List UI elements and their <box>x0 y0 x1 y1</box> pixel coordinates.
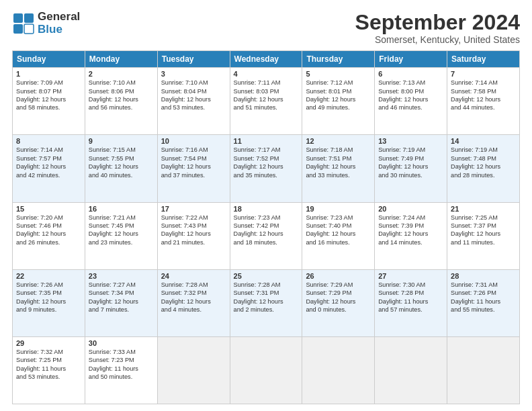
cell-line: Sunrise: 7:22 AM <box>161 214 208 221</box>
calendar-cell: 2Sunrise: 7:10 AMSunset: 8:06 PMDaylight… <box>85 68 157 135</box>
calendar-cell: 11Sunrise: 7:17 AMSunset: 7:52 PMDayligh… <box>230 135 302 202</box>
cell-info: Sunrise: 7:13 AMSunset: 8:00 PMDaylight:… <box>378 79 443 112</box>
cell-info: Sunrise: 7:19 AMSunset: 7:48 PMDaylight:… <box>451 146 516 179</box>
day-number: 23 <box>89 272 154 280</box>
col-header-tuesday: Tuesday <box>157 51 230 68</box>
day-number: 26 <box>306 272 371 280</box>
cell-line: Daylight: 12 hours <box>306 96 355 103</box>
cell-line: Sunrise: 7:14 AM <box>451 79 498 86</box>
cell-line: Daylight: 12 hours <box>234 230 283 237</box>
calendar-cell <box>230 336 302 404</box>
cell-line: Sunrise: 7:15 AM <box>89 146 136 153</box>
cell-info: Sunrise: 7:33 AMSunset: 7:23 PMDaylight:… <box>89 348 154 381</box>
cell-line: and 51 minutes. <box>234 104 277 111</box>
cell-line: and 50 minutes. <box>89 373 132 380</box>
day-number: 9 <box>89 137 154 145</box>
col-header-thursday: Thursday <box>302 51 375 68</box>
cell-line: and 14 minutes. <box>378 239 422 246</box>
cell-line: and 55 minutes. <box>451 306 494 313</box>
cell-line: Sunset: 7:48 PM <box>451 155 496 162</box>
cell-info: Sunrise: 7:25 AMSunset: 7:37 PMDaylight:… <box>451 214 516 247</box>
header: General Blue September 2024 Somerset, Ke… <box>12 11 520 45</box>
calendar-cell: 1Sunrise: 7:09 AMSunset: 8:07 PMDaylight… <box>13 68 85 135</box>
header-row: SundayMondayTuesdayWednesdayThursdayFrid… <box>13 51 520 68</box>
cell-line: Daylight: 12 hours <box>451 96 500 103</box>
day-number: 4 <box>234 70 299 78</box>
cell-line: Daylight: 11 hours <box>378 298 428 305</box>
cell-line: Sunset: 7:46 PM <box>16 222 62 229</box>
calendar-table: SundayMondayTuesdayWednesdayThursdayFrid… <box>12 50 520 404</box>
cell-line: Daylight: 12 hours <box>378 230 428 237</box>
calendar-cell: 17Sunrise: 7:22 AMSunset: 7:43 PMDayligh… <box>157 202 230 269</box>
calendar-cell: 15Sunrise: 7:20 AMSunset: 7:46 PMDayligh… <box>13 202 85 269</box>
day-number: 6 <box>378 70 443 78</box>
day-number: 15 <box>16 205 81 213</box>
cell-line: Sunrise: 7:28 AM <box>161 281 208 288</box>
cell-line: Daylight: 12 hours <box>306 230 355 237</box>
cell-info: Sunrise: 7:27 AMSunset: 7:34 PMDaylight:… <box>89 281 154 314</box>
cell-line: Daylight: 11 hours <box>89 365 138 372</box>
svg-rect-3 <box>24 24 34 34</box>
cell-line: Sunrise: 7:28 AM <box>234 281 281 288</box>
cell-line: and 30 minutes. <box>378 172 422 179</box>
cell-line: and 40 minutes. <box>89 172 132 179</box>
calendar-cell: 13Sunrise: 7:19 AMSunset: 7:49 PMDayligh… <box>375 135 447 202</box>
cell-info: Sunrise: 7:28 AMSunset: 7:31 PMDaylight:… <box>234 281 299 314</box>
cell-info: Sunrise: 7:18 AMSunset: 7:51 PMDaylight:… <box>306 146 371 179</box>
cell-info: Sunrise: 7:14 AMSunset: 7:58 PMDaylight:… <box>451 79 516 112</box>
cell-line: and 44 minutes. <box>451 104 494 111</box>
cell-info: Sunrise: 7:23 AMSunset: 7:40 PMDaylight:… <box>306 214 371 247</box>
cell-info: Sunrise: 7:12 AMSunset: 8:01 PMDaylight:… <box>306 79 371 112</box>
col-header-sunday: Sunday <box>13 51 85 68</box>
cell-line: and 37 minutes. <box>161 172 205 179</box>
cell-line: Sunrise: 7:11 AM <box>234 79 281 86</box>
cell-line: Daylight: 12 hours <box>451 230 500 237</box>
location: Somerset, Kentucky, United States <box>355 34 520 45</box>
cell-line: Sunrise: 7:16 AM <box>161 146 208 153</box>
day-number: 28 <box>451 272 516 280</box>
cell-line: Sunrise: 7:29 AM <box>306 281 353 288</box>
cell-line: Sunset: 7:45 PM <box>89 222 134 229</box>
day-number: 25 <box>234 272 299 280</box>
cell-line: Daylight: 12 hours <box>16 298 66 305</box>
cell-line: Daylight: 12 hours <box>161 96 211 103</box>
cell-line: and 35 minutes. <box>234 172 277 179</box>
cell-line: Sunset: 7:25 PM <box>16 357 62 363</box>
calendar-cell: 20Sunrise: 7:24 AMSunset: 7:39 PMDayligh… <box>375 202 447 269</box>
day-number: 16 <box>89 205 154 213</box>
cell-line: and 49 minutes. <box>306 104 349 111</box>
day-number: 7 <box>451 70 516 78</box>
cell-line: and 18 minutes. <box>234 239 277 246</box>
cell-line: Sunset: 7:52 PM <box>234 155 279 162</box>
cell-line: Daylight: 12 hours <box>161 230 211 237</box>
calendar-cell: 24Sunrise: 7:28 AMSunset: 7:32 PMDayligh… <box>157 269 230 336</box>
calendar-cell: 28Sunrise: 7:31 AMSunset: 7:26 PMDayligh… <box>447 269 520 336</box>
calendar-cell: 27Sunrise: 7:30 AMSunset: 7:28 PMDayligh… <box>375 269 447 336</box>
cell-line: Sunrise: 7:09 AM <box>16 79 63 86</box>
day-number: 24 <box>161 272 226 280</box>
calendar-cell: 6Sunrise: 7:13 AMSunset: 8:00 PMDaylight… <box>375 68 447 135</box>
day-number: 8 <box>16 137 81 145</box>
title-block: September 2024 Somerset, Kentucky, Unite… <box>355 11 520 45</box>
calendar-cell: 25Sunrise: 7:28 AMSunset: 7:31 PMDayligh… <box>230 269 302 336</box>
day-number: 27 <box>378 272 443 280</box>
cell-line: Sunset: 7:37 PM <box>451 222 496 229</box>
cell-info: Sunrise: 7:11 AMSunset: 8:03 PMDaylight:… <box>234 79 299 112</box>
cell-line: Sunset: 7:57 PM <box>16 155 62 162</box>
cell-info: Sunrise: 7:21 AMSunset: 7:45 PMDaylight:… <box>89 214 154 247</box>
cell-line: and 53 minutes. <box>16 373 60 380</box>
cell-line: Sunrise: 7:27 AM <box>89 281 136 288</box>
cell-line: Sunrise: 7:24 AM <box>378 214 425 221</box>
cell-line: and 11 minutes. <box>451 239 494 246</box>
col-header-wednesday: Wednesday <box>230 51 302 68</box>
calendar-cell: 12Sunrise: 7:18 AMSunset: 7:51 PMDayligh… <box>302 135 375 202</box>
week-row-3: 15Sunrise: 7:20 AMSunset: 7:46 PMDayligh… <box>13 202 520 269</box>
cell-line: Sunrise: 7:30 AM <box>378 281 425 288</box>
logo: General Blue <box>12 11 80 36</box>
cell-line: Daylight: 12 hours <box>16 230 66 237</box>
cell-line: and 33 minutes. <box>306 172 349 179</box>
cell-line: and 53 minutes. <box>161 104 205 111</box>
calendar-cell: 22Sunrise: 7:26 AMSunset: 7:35 PMDayligh… <box>13 269 85 336</box>
week-row-1: 1Sunrise: 7:09 AMSunset: 8:07 PMDaylight… <box>13 68 520 135</box>
cell-line: Daylight: 11 hours <box>16 365 66 372</box>
